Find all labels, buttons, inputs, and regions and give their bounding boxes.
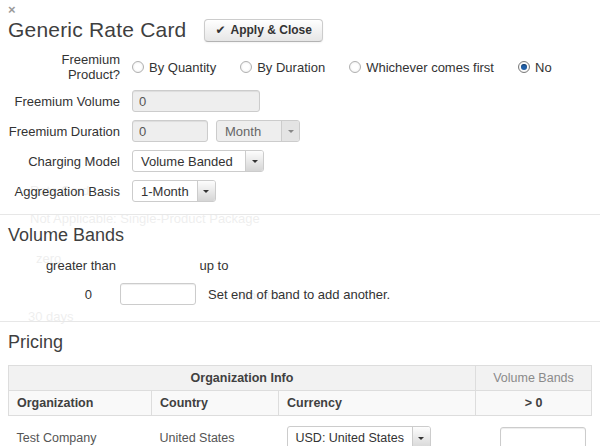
radio-label: By Quantity: [149, 60, 216, 75]
currency-column-header: Currency: [279, 391, 476, 416]
charging-model-row: Charging Model Volume Banded: [8, 150, 592, 172]
organization-cell: Test Company: [9, 416, 152, 446]
band-price-input[interactable]: [500, 427, 586, 446]
select-value: Month: [217, 121, 281, 141]
band-column-header: > 0: [476, 391, 592, 416]
select-value: Volume Banded: [133, 151, 245, 171]
group-header-row: Organization Info Volume Bands: [9, 366, 592, 391]
radio-icon[interactable]: [240, 61, 252, 73]
currency-cell: USD: United States: [279, 416, 476, 446]
radio-by-duration[interactable]: By Duration: [240, 60, 325, 75]
radio-label: No: [535, 60, 552, 75]
charging-model-select[interactable]: Volume Banded: [132, 150, 264, 172]
chevron-down-icon: [245, 151, 263, 171]
greater-than-header: greater than: [16, 258, 116, 273]
freemium-duration-unit-select[interactable]: Month: [216, 120, 300, 142]
volume-bands-group-header: Volume Bands: [476, 366, 592, 391]
select-value: USD: United States: [288, 427, 412, 446]
apply-close-button-top[interactable]: ✔ Apply & Close: [204, 19, 322, 42]
country-cell: United States: [152, 416, 279, 446]
freemium-product-row: Freemium Product? By Quantity By Duratio…: [8, 52, 592, 82]
chevron-down-icon: [197, 181, 215, 201]
volume-bands-title: Volume Bands: [8, 225, 592, 246]
generic-rate-card-panel: × Generic Rate Card ✔ Apply & Close Free…: [0, 0, 600, 446]
chevron-down-icon: [412, 427, 430, 446]
volume-bands-column-headers: greater than up to: [8, 258, 592, 273]
freemium-product-label: Freemium Product?: [8, 52, 120, 82]
table-row: Test Company United States USD: United S…: [9, 416, 592, 446]
radio-no[interactable]: No: [518, 60, 552, 75]
band-price-cell: [476, 416, 592, 446]
radio-whichever-comes-first[interactable]: Whichever comes first: [349, 60, 494, 75]
radio-label: By Duration: [257, 60, 325, 75]
aggregation-basis-label: Aggregation Basis: [8, 184, 120, 199]
volume-band-row: 0 Set end of band to add another.: [8, 283, 592, 305]
column-header-row: Organization Country Currency > 0: [9, 391, 592, 416]
radio-label: Whichever comes first: [366, 60, 494, 75]
panel-header: Generic Rate Card ✔ Apply & Close: [8, 0, 592, 42]
organization-info-group-header: Organization Info: [9, 366, 476, 391]
up-to-header: up to: [158, 258, 270, 273]
apply-close-label: Apply & Close: [231, 23, 312, 37]
band-hint-text: Set end of band to add another.: [208, 287, 390, 302]
select-value: 1-Month: [133, 181, 197, 201]
chevron-down-icon: [281, 121, 299, 141]
freemium-duration-label: Freemium Duration: [8, 124, 120, 139]
freemium-duration-input[interactable]: [132, 120, 208, 142]
freemium-duration-row: Freemium Duration Month: [8, 120, 592, 142]
greater-than-value: 0: [8, 287, 92, 302]
pricing-table: Organization Info Volume Bands Organizat…: [8, 365, 592, 446]
radio-by-quantity[interactable]: By Quantity: [132, 60, 216, 75]
pricing-title: Pricing: [8, 332, 592, 353]
freemium-volume-label: Freemium Volume: [8, 94, 120, 109]
up-to-input[interactable]: [120, 283, 196, 305]
freemium-volume-row: Freemium Volume: [8, 90, 592, 112]
page-title: Generic Rate Card: [8, 18, 186, 42]
organization-column-header: Organization: [9, 391, 152, 416]
radio-icon[interactable]: [518, 61, 530, 73]
freemium-volume-input[interactable]: [132, 90, 260, 112]
check-icon: ✔: [215, 23, 225, 37]
section-divider: [0, 321, 600, 322]
radio-icon[interactable]: [132, 61, 144, 73]
radio-icon[interactable]: [349, 61, 361, 73]
currency-select[interactable]: USD: United States: [287, 426, 431, 446]
section-divider: [0, 214, 600, 215]
charging-model-label: Charging Model: [8, 154, 120, 169]
country-column-header: Country: [152, 391, 279, 416]
close-icon[interactable]: ×: [8, 3, 16, 16]
aggregation-basis-row: Aggregation Basis 1-Month: [8, 180, 592, 202]
aggregation-basis-select[interactable]: 1-Month: [132, 180, 216, 202]
